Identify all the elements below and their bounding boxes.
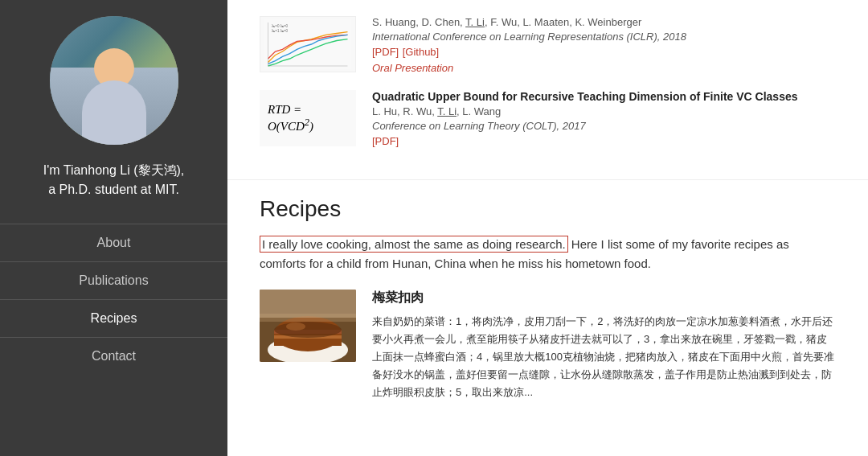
svg-text:λ₁=1 λ₂=0: λ₁=1 λ₂=0 — [272, 29, 289, 33]
pub-links: [PDF] — [372, 135, 836, 147]
sidebar-item-about[interactable]: About — [0, 224, 227, 261]
sidebar-item-publications[interactable]: Publications — [0, 261, 227, 299]
pub-title: Quadratic Upper Bound for Recursive Teac… — [372, 90, 836, 103]
pub-github-link[interactable]: [Github] — [403, 46, 440, 60]
avatar — [50, 16, 178, 145]
section-title: Recipes — [260, 196, 836, 222]
table-row: λ₁=0 λ₂=0 λ₁=1 λ₂=0 S. Huang, D. Chen, T… — [260, 16, 836, 74]
recipe-description: 来自奶奶的菜谱：1，将肉洗净，皮用刀刮一下，2，将洗好的肉放一定凉水加葱姜料酒煮… — [372, 313, 836, 401]
svg-text:λ₁=0 λ₂=0: λ₁=0 λ₂=0 — [272, 24, 289, 28]
person-name: I'm Tianhong Li (黎天鸿), a Ph.D. student a… — [27, 161, 201, 199]
nav-menu: About Publications Recipes Contact — [0, 224, 227, 375]
svg-point-12 — [274, 322, 342, 338]
recipe-name: 梅菜扣肉 — [372, 290, 836, 306]
svg-rect-14 — [260, 290, 356, 318]
pub-venue: International Conference on Learning Rep… — [372, 31, 836, 43]
sidebar-item-contact[interactable]: Contact — [0, 337, 227, 375]
pub-info: Quadratic Upper Bound for Recursive Teac… — [372, 90, 836, 147]
svg-point-13 — [286, 322, 305, 331]
list-item: 梅菜扣肉 来自奶奶的菜谱：1，将肉洗净，皮用刀刮一下，2，将洗好的肉放一定凉水加… — [260, 290, 836, 401]
sidebar-item-recipes[interactable]: Recipes — [0, 299, 227, 337]
pub-thumbnail: λ₁=0 λ₂=0 λ₁=1 λ₂=0 — [260, 16, 356, 72]
person-name-line2: a Ph.D. student at MIT. — [48, 183, 179, 196]
svg-rect-11 — [274, 339, 342, 342]
pub-venue: Conference on Learning Theory (COLT), 20… — [372, 120, 836, 132]
pub-links: [PDF] [Github] — [372, 46, 836, 60]
pub-thumbnail-formula: RTD = O(VCD2) — [260, 90, 356, 146]
recipes-intro: I really love cooking, almost the same a… — [260, 235, 836, 273]
svg-rect-15 — [260, 314, 356, 322]
main-content: λ₁=0 λ₂=0 λ₁=1 λ₂=0 S. Huang, D. Chen, T… — [227, 0, 868, 456]
publications-section: λ₁=0 λ₂=0 λ₁=1 λ₂=0 S. Huang, D. Chen, T… — [227, 0, 868, 180]
recipe-image — [260, 290, 356, 362]
sidebar: I'm Tianhong Li (黎天鸿), a Ph.D. student a… — [0, 0, 227, 456]
pub-pdf-link[interactable]: [PDF] — [372, 46, 399, 60]
pub-authors: S. Huang, D. Chen, T. Li, F. Wu, L. Maat… — [372, 16, 836, 28]
pub-info: S. Huang, D. Chen, T. Li, F. Wu, L. Maat… — [372, 16, 836, 74]
recipes-section: Recipes I really love cooking, almost th… — [227, 180, 868, 433]
pub-pdf-link[interactable]: [PDF] — [372, 135, 399, 147]
pub-oral-badge: Oral Presentation — [372, 62, 836, 74]
table-row: RTD = O(VCD2) Quadratic Upper Bound for … — [260, 90, 836, 147]
recipe-content: 梅菜扣肉 来自奶奶的菜谱：1，将肉洗净，皮用刀刮一下，2，将洗好的肉放一定凉水加… — [372, 290, 836, 401]
person-name-line1: I'm Tianhong Li (黎天鸿), — [43, 163, 185, 177]
pub-authors: L. Hu, R. Wu, T. Li, L. Wang — [372, 105, 836, 117]
recipes-intro-highlight: I really love cooking, almost the same a… — [260, 236, 568, 253]
